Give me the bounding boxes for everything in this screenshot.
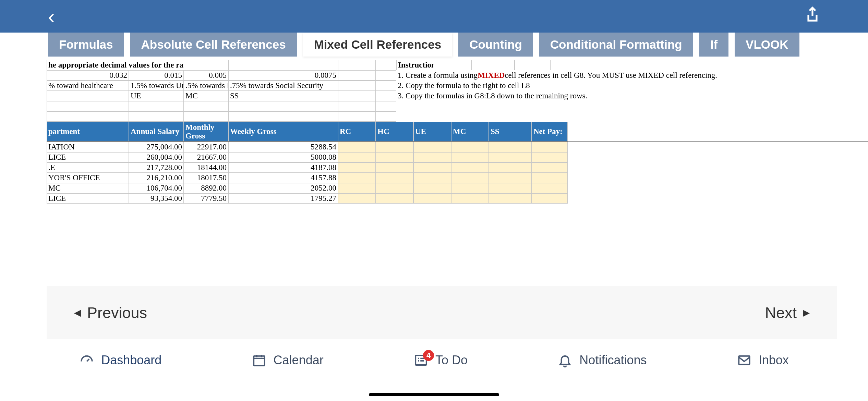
col-mc[interactable]: MC bbox=[451, 122, 489, 142]
cell-dept[interactable]: IATION bbox=[47, 142, 129, 152]
next-button[interactable]: Next ▶ bbox=[765, 304, 810, 322]
previous-button[interactable]: ◀ Previous bbox=[74, 304, 147, 322]
cell-instruction-3[interactable]: 3. Copy the formulas in G8:L8 down to th… bbox=[396, 91, 705, 101]
cell[interactable] bbox=[472, 60, 515, 70]
cell-mc[interactable] bbox=[451, 142, 489, 152]
cell-weekly[interactable]: 5288.54 bbox=[228, 142, 338, 152]
cell-mc[interactable] bbox=[451, 193, 489, 204]
cell-ue[interactable] bbox=[413, 183, 451, 193]
cell-ue[interactable] bbox=[413, 193, 451, 204]
cell-mc[interactable] bbox=[451, 152, 489, 162]
cell-mc[interactable] bbox=[451, 173, 489, 183]
cell-rate[interactable]: 0.015 bbox=[129, 70, 184, 81]
cell-rate[interactable]: 0.0075 bbox=[228, 70, 338, 81]
cell-ue[interactable] bbox=[413, 173, 451, 183]
cell-monthly[interactable]: 7779.50 bbox=[184, 193, 228, 204]
cell-dept[interactable]: .E bbox=[47, 162, 129, 173]
tab-mixed-cell-references[interactable]: Mixed Cell References bbox=[303, 33, 453, 57]
nav-notifications[interactable]: Notifications bbox=[557, 353, 647, 368]
cell-dept[interactable]: LICE bbox=[47, 152, 129, 162]
back-button[interactable]: ‹ bbox=[48, 5, 55, 28]
cell[interactable] bbox=[376, 111, 396, 122]
col-department[interactable]: partment bbox=[47, 122, 129, 142]
cell[interactable] bbox=[47, 111, 129, 122]
cell[interactable] bbox=[376, 81, 396, 91]
cell-title[interactable]: he appropriate decimal values for the ra… bbox=[47, 60, 184, 70]
cell[interactable]: UE bbox=[129, 91, 184, 101]
cell-rc[interactable] bbox=[338, 173, 376, 183]
cell-ss[interactable] bbox=[489, 142, 532, 152]
cell-instruction-2[interactable]: 2. Copy the formula to the right to cell… bbox=[396, 81, 705, 91]
cell[interactable]: 1.5% towards Une bbox=[129, 81, 184, 91]
col-annual-salary[interactable]: Annual Salary bbox=[129, 122, 184, 142]
cell-monthly[interactable]: 21667.00 bbox=[184, 152, 228, 162]
cell[interactable] bbox=[228, 60, 338, 70]
cell-ss[interactable] bbox=[489, 183, 532, 193]
tab-vlookup[interactable]: VLOOK bbox=[735, 33, 799, 57]
cell-net[interactable] bbox=[532, 152, 568, 162]
cell-rc[interactable] bbox=[338, 193, 376, 204]
cell-net[interactable] bbox=[532, 173, 568, 183]
cell-monthly[interactable]: 18017.50 bbox=[184, 173, 228, 183]
cell[interactable] bbox=[228, 101, 338, 111]
cell[interactable] bbox=[434, 60, 472, 70]
cell-rc[interactable] bbox=[338, 162, 376, 173]
cell-net[interactable] bbox=[532, 193, 568, 204]
nav-dashboard[interactable]: Dashboard bbox=[79, 353, 161, 368]
cell[interactable] bbox=[338, 91, 376, 101]
cell-monthly[interactable]: 8892.00 bbox=[184, 183, 228, 193]
cell-mc[interactable] bbox=[451, 162, 489, 173]
cell[interactable] bbox=[376, 91, 396, 101]
cell-rc[interactable] bbox=[338, 152, 376, 162]
cell-ss[interactable] bbox=[489, 173, 532, 183]
cell[interactable] bbox=[129, 101, 184, 111]
cell-salary[interactable]: 216,210.00 bbox=[129, 173, 184, 183]
cell[interactable]: % toward healthcare bbox=[47, 81, 129, 91]
cell-weekly[interactable]: 2052.00 bbox=[228, 183, 338, 193]
cell[interactable] bbox=[47, 101, 129, 111]
cell-salary[interactable]: 275,004.00 bbox=[129, 142, 184, 152]
cell-dept[interactable]: LICE bbox=[47, 193, 129, 204]
tab-formulas[interactable]: Formulas bbox=[48, 33, 124, 57]
cell-net[interactable] bbox=[532, 183, 568, 193]
cell-ue[interactable] bbox=[413, 152, 451, 162]
nav-calendar[interactable]: Calendar bbox=[252, 353, 324, 368]
cell-dept[interactable]: YOR'S OFFICE bbox=[47, 173, 129, 183]
cell-hc[interactable] bbox=[376, 142, 413, 152]
cell-ue[interactable] bbox=[413, 142, 451, 152]
share-button[interactable] bbox=[805, 7, 820, 26]
cell-ss[interactable] bbox=[489, 193, 532, 204]
cell-weekly[interactable]: 5000.08 bbox=[228, 152, 338, 162]
cell-rate[interactable]: 0.032 bbox=[47, 70, 129, 81]
cell[interactable]: SS bbox=[228, 91, 338, 101]
cell[interactable] bbox=[376, 101, 396, 111]
nav-inbox[interactable]: Inbox bbox=[737, 353, 789, 368]
cell-hc[interactable] bbox=[376, 173, 413, 183]
cell[interactable] bbox=[184, 111, 228, 122]
cell-hc[interactable] bbox=[376, 152, 413, 162]
cell[interactable] bbox=[184, 60, 228, 70]
cell-dept[interactable]: MC bbox=[47, 183, 129, 193]
cell[interactable] bbox=[338, 111, 376, 122]
cell-hc[interactable] bbox=[376, 193, 413, 204]
cell-hc[interactable] bbox=[376, 162, 413, 173]
cell-hc[interactable] bbox=[376, 183, 413, 193]
cell[interactable]: .75% towards Social Security bbox=[228, 81, 338, 91]
cell[interactable] bbox=[338, 101, 376, 111]
cell-salary[interactable]: 93,354.00 bbox=[129, 193, 184, 204]
cell-ss[interactable] bbox=[489, 152, 532, 162]
cell-rc[interactable] bbox=[338, 142, 376, 152]
cell-salary[interactable]: 106,704.00 bbox=[129, 183, 184, 193]
cell[interactable] bbox=[338, 70, 376, 81]
cell[interactable] bbox=[338, 81, 376, 91]
tab-conditional-formatting[interactable]: Conditional Formatting bbox=[539, 33, 693, 57]
col-hc[interactable]: HC bbox=[376, 122, 413, 142]
cell-weekly[interactable]: 1795.27 bbox=[228, 193, 338, 204]
cell[interactable]: .5% towards M bbox=[184, 81, 228, 91]
col-rc[interactable]: RC bbox=[338, 122, 376, 142]
col-weekly-gross[interactable]: Weekly Gross bbox=[228, 122, 338, 142]
cell-instructions[interactable]: Instructions: bbox=[396, 60, 434, 70]
cell-instruction-1[interactable]: 1. Create a formula using MIXED cell ref… bbox=[396, 70, 705, 81]
cell-net[interactable] bbox=[532, 162, 568, 173]
cell-weekly[interactable]: 4187.08 bbox=[228, 162, 338, 173]
